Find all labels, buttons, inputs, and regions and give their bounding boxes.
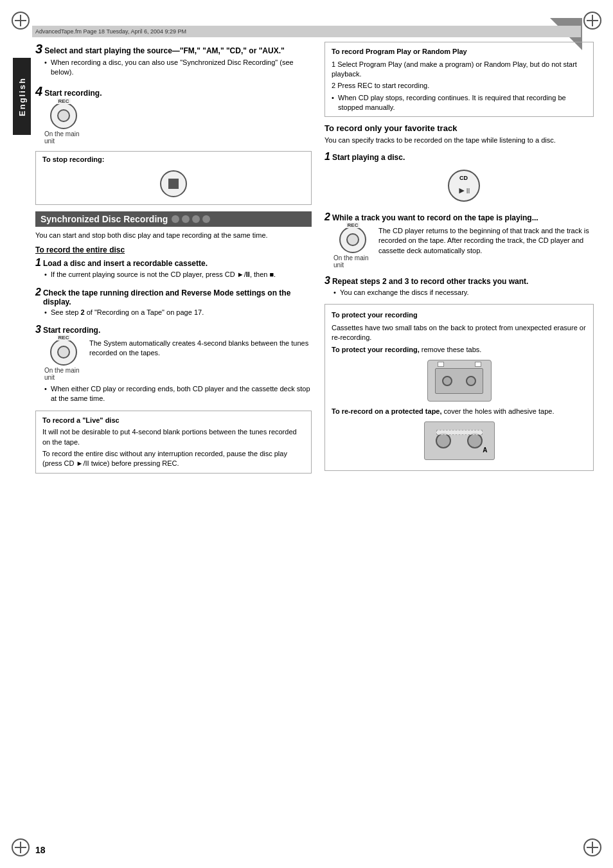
header-bar: AdvancedTape.fm Page 18 Tuesday, April 6… (32, 26, 581, 37)
fav-step3: 3 Repeat steps 2 and 3 to record other t… (324, 275, 594, 297)
spool-left (436, 433, 451, 448)
sidebar-tab: English (13, 58, 31, 135)
program-bullet1: When CD play stops, recording continues.… (332, 93, 587, 113)
protect-bold: To protect your recording, (332, 346, 420, 353)
sync-dot-2 (182, 215, 190, 223)
step4-number: 4 (35, 84, 42, 99)
reg-mark-tl (12, 12, 30, 30)
fav-step2-title: While a track you want to record on the … (332, 213, 538, 222)
spool-right (467, 433, 483, 448)
cassette-graphic-container (332, 360, 587, 402)
step3-number: 3 (35, 42, 42, 57)
sync-dot-3 (192, 215, 200, 223)
entire-disc-title: To record the entire disc (35, 245, 312, 254)
right-column: To record Program Play or Random Play 1 … (324, 42, 594, 471)
entire-disc-step3: 3 Start recording. REC On the main unit … (35, 324, 312, 404)
cassette-graphic (427, 360, 492, 402)
sync-heading-text: Synchronized Disc Recording (40, 214, 168, 224)
on-main-unit-step4: On the main unit (44, 130, 83, 145)
tape-label-a: A (483, 445, 487, 456)
program-step1: 1 Select Program Play (and make a progra… (332, 60, 587, 80)
header-text: AdvancedTape.fm Page 18 Tuesday, April 6… (35, 28, 186, 35)
cassette-spool-left (442, 376, 452, 386)
on-main-unit-fav: On the main unit (333, 254, 372, 269)
fav-step2: 2 While a track you want to record on th… (324, 211, 594, 269)
step4-title: Start recording. (44, 89, 102, 98)
re-record-text: cover the holes with adhesive tape. (442, 407, 555, 415)
protect-recording-box: To protect your recording Cassettes have… (324, 304, 594, 471)
rec-button-entire-step3: REC On the main unit (44, 339, 83, 381)
fav-step3-num: 3 (324, 275, 330, 287)
cassette-tab-right (475, 362, 481, 367)
rec-inner-2 (57, 346, 70, 359)
entire-step1-bullet: If the current playing source is not the… (44, 270, 312, 279)
left-column: 3 Select and start playing the source—"F… (35, 42, 312, 479)
entire-step1-num: 1 (35, 257, 41, 269)
cd-label: CD (459, 175, 468, 181)
fav-step2-desc: The CD player returns to the beginning o… (378, 226, 594, 256)
rec-inner-fav (346, 233, 359, 246)
re-record-bold: To re-record on a protected tape, (332, 407, 442, 415)
stop-square-icon (168, 179, 179, 189)
live-disc-title: To record a "Live" disc (42, 415, 305, 426)
entire-step2-bullet: See step 2 of "Recording on a Tape" on p… (44, 308, 312, 317)
step3-title: Select and start playing the source—"FM,… (44, 46, 285, 55)
rec-button-fav-step2: REC On the main unit (333, 226, 372, 269)
tape-spool-graphic: A (424, 421, 495, 460)
entire-step3-title: Start recording. (43, 326, 100, 335)
cassette-spool-right (466, 376, 476, 386)
protect-line2: To protect your recording, remove these … (332, 345, 587, 355)
sync-heading: Synchronized Disc Recording (35, 211, 312, 227)
sidebar-label: English (17, 77, 27, 116)
sync-dots (172, 215, 210, 223)
protect-recording-title: To protect your recording (332, 310, 587, 321)
rec-label-fav: REC (346, 222, 360, 228)
entire-step1-title: Load a disc and insert a recordable cass… (43, 259, 208, 268)
program-step2: 2 Press REC to start recording. (332, 81, 587, 91)
protect-line2-text: remove these tabs. (420, 346, 482, 353)
fav-step3-bullet: You can exchange the discs if necessary. (333, 288, 594, 297)
reg-mark-br (583, 838, 601, 856)
rec-circle-fav: REC (339, 226, 366, 253)
rec-label-2: REC (57, 335, 71, 341)
entire-disc-step1: 1 Load a disc and insert a recordable ca… (35, 257, 312, 279)
cd-play-symbol: ►II (458, 185, 470, 195)
protect-line1: Cassettes have two small tabs on the bac… (332, 323, 587, 343)
step-4-start-recording: 4 Start recording. REC On the main unit (35, 84, 312, 145)
rec-label: REC (57, 98, 71, 104)
reg-mark-tr (583, 12, 601, 30)
stop-recording-title: To stop recording: (42, 155, 305, 163)
fav-step3-title: Repeat steps 2 and 3 to record other tra… (332, 277, 528, 286)
entire-step2-num: 2 (35, 287, 41, 298)
cassette-tab-left (438, 362, 444, 367)
adhesive-tape (436, 430, 483, 435)
cd-button-graphic: CD ►II (448, 170, 480, 202)
sync-desc: You can start and stop both disc play an… (35, 231, 312, 240)
reg-mark-bl (12, 838, 30, 856)
rec-inner-circle (57, 109, 70, 122)
fav-step1-title: Start playing a disc. (332, 153, 405, 162)
rec-circle: REC (50, 102, 77, 129)
program-play-box: To record Program Play or Random Play 1 … (324, 42, 594, 117)
tape-spool-container: A (332, 421, 587, 460)
cassette-inner (435, 368, 483, 394)
entire-disc-step2: 2 Check the tape running direction and R… (35, 287, 312, 317)
live-disc-box: To record a "Live" disc It will not be d… (35, 411, 312, 474)
protect-reline: To re-record on a protected tape, cover … (332, 407, 587, 416)
favorite-track-title: To record only your favorite track (324, 123, 594, 133)
entire-step3-num: 3 (35, 324, 41, 335)
fav-step1-num: 1 (324, 151, 330, 163)
entire-step3-auto-desc: The System automatically creates 4-secon… (89, 339, 312, 359)
fav-step2-num: 2 (324, 211, 330, 223)
step3-bullet1: When recording a disc, you can also use … (44, 58, 312, 78)
after-bullet: When either CD play or recording ends, b… (44, 384, 312, 404)
page-container: AdvancedTape.fm Page 18 Tuesday, April 6… (0, 0, 613, 868)
main-content: 3 Select and start playing the source—"F… (35, 42, 594, 836)
program-play-title: To record Program Play or Random Play (332, 46, 587, 57)
stop-recording-box: To stop recording: (35, 151, 312, 205)
live-disc-line1: It will not be desirable to put 4-second… (42, 427, 305, 447)
rec-circle-2: REC (50, 339, 77, 366)
live-disc-line2: To record the entire disc without any in… (42, 449, 305, 469)
stop-button-graphic (160, 170, 187, 197)
rec-button-step4: REC On the main unit (44, 102, 83, 145)
